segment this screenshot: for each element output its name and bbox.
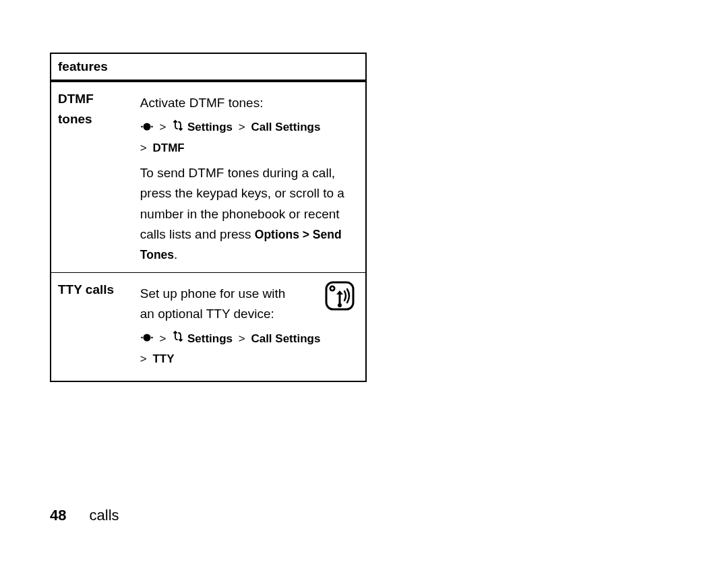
table-row: DTMF tones Activate DTMF tones: > [51, 81, 366, 272]
body-post: . [174, 247, 177, 261]
tools-icon [172, 329, 184, 350]
feature-description: Set up phone for use with an optional TT… [133, 272, 366, 381]
nav-separator: > [157, 332, 169, 345]
svg-point-2 [151, 125, 153, 127]
tools-icon [172, 118, 184, 139]
nav-step-1: Settings [187, 332, 233, 345]
nav-separator: > [236, 121, 248, 133]
svg-point-9 [143, 334, 150, 341]
center-key-icon [140, 329, 154, 350]
svg-point-0 [143, 123, 150, 130]
nav-separator: > [236, 332, 248, 345]
page-footer: 48 calls [50, 507, 119, 524]
network-dependent-icon [325, 281, 355, 317]
manual-page: features DTMF tones Activate DTMF tones:… [0, 0, 728, 562]
feature-label: DTMF tones [51, 81, 133, 272]
nav-step-2: Call Settings [251, 121, 320, 133]
nav-separator: > [140, 142, 150, 154]
features-table: features DTMF tones Activate DTMF tones:… [50, 53, 367, 382]
feature-label: TTY calls [51, 272, 133, 381]
svg-point-10 [141, 336, 143, 338]
table-row: TTY calls Set up phone for use with an o… [51, 272, 366, 381]
nav-step-3: DTMF [152, 142, 184, 154]
nav-step-1: Settings [187, 121, 233, 133]
svg-point-8 [338, 303, 342, 307]
table-header-row: features [51, 53, 366, 81]
nav-path: > Settings > Call Settings > TTY [140, 329, 359, 370]
nav-step-3: TTY [152, 352, 174, 365]
body-text: To send DTMF tones during a call, press … [140, 163, 359, 266]
feature-description: Activate DTMF tones: > [133, 81, 366, 272]
intro-text: Set up phone for use with an optional TT… [140, 284, 302, 325]
nav-step-2: Call Settings [251, 332, 320, 345]
table-header: features [51, 53, 366, 81]
page-number: 48 [50, 507, 66, 524]
center-key-icon [140, 118, 154, 139]
svg-point-1 [141, 125, 143, 127]
section-title: calls [90, 507, 119, 524]
nav-separator: > [157, 121, 169, 133]
nav-path: > Settings > Call Settings > DTMF [140, 117, 359, 158]
svg-point-11 [151, 336, 153, 338]
nav-separator: > [140, 352, 150, 365]
intro-text: Activate DTMF tones: [140, 93, 359, 113]
